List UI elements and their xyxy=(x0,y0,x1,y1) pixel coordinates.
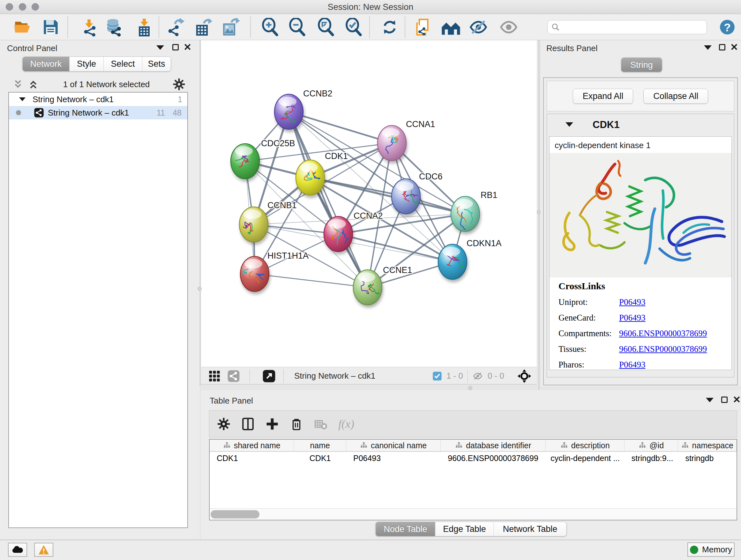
detach-view-icon[interactable] xyxy=(262,369,276,383)
column-header-canonical-name[interactable]: canonical name xyxy=(346,440,441,451)
fit-content-icon[interactable] xyxy=(517,369,532,383)
horizontal-splitter-handle[interactable] xyxy=(468,386,472,390)
clone-network-icon[interactable] xyxy=(414,18,432,37)
table-cell[interactable]: 9606.ENSP00000378699 xyxy=(441,452,546,464)
tab-network[interactable]: Network xyxy=(23,57,69,71)
birds-eye-view-icon[interactable] xyxy=(208,370,221,382)
network-node-HIST1H1A[interactable]: HIST1H1A xyxy=(240,251,309,294)
column-header-description[interactable]: description xyxy=(546,440,624,451)
network-node-CDKN1A[interactable]: CDKN1A xyxy=(438,239,502,282)
save-session-icon[interactable] xyxy=(42,18,60,37)
collapse-all-button[interactable]: Collapse All xyxy=(643,89,708,104)
crosslink-value-link[interactable]: 9606.ENSP00000378699 xyxy=(619,328,707,338)
table-panel-close-icon[interactable]: ✕ xyxy=(733,396,741,403)
delete-icon[interactable] xyxy=(290,417,303,431)
column-header-database-identifier[interactable]: database identifier xyxy=(441,440,546,451)
first-neighbors-icon[interactable] xyxy=(441,18,461,37)
scrollbar-thumb[interactable] xyxy=(211,510,259,518)
table-gear-icon[interactable] xyxy=(217,417,230,431)
memory-button[interactable]: Memory xyxy=(687,543,735,557)
cdk1-expander-icon[interactable] xyxy=(565,122,573,127)
export-network-icon[interactable] xyxy=(167,18,186,37)
zoom-in-icon[interactable] xyxy=(261,18,280,37)
crosslink-value-link[interactable]: P06493 xyxy=(619,360,646,370)
zoom-fit-icon[interactable] xyxy=(317,18,335,37)
network-node-CCNB2[interactable]: CCNB2 xyxy=(274,89,333,132)
column-header-shared-name[interactable]: shared name xyxy=(210,440,294,451)
zoom-selected-icon[interactable] xyxy=(345,18,363,37)
protein-structure-image xyxy=(549,153,731,277)
add-row-icon[interactable] xyxy=(266,417,279,431)
hide-selected-icon[interactable] xyxy=(469,18,488,37)
left-splitter-handle[interactable] xyxy=(198,287,202,291)
export-table-icon[interactable] xyxy=(195,18,213,37)
network-edge[interactable] xyxy=(289,112,367,287)
network-node-CDC6[interactable]: CDC6 xyxy=(392,172,443,217)
cloud-button[interactable] xyxy=(8,543,27,557)
network-collection-row[interactable]: String Network – cdk1 1 xyxy=(9,92,187,106)
tab-node-table[interactable]: Node Table xyxy=(376,522,435,536)
table-cell[interactable]: P06493 xyxy=(346,452,441,464)
tab-style[interactable]: Style xyxy=(69,57,104,71)
network-type-icon xyxy=(34,108,44,118)
gear-icon[interactable] xyxy=(173,78,185,91)
control-panel-close-icon[interactable]: ✕ xyxy=(184,44,192,51)
show-all-icon[interactable] xyxy=(499,18,518,37)
results-panel-close-icon[interactable]: ✕ xyxy=(730,44,738,51)
function-builder-icon[interactable]: f(x) xyxy=(338,417,354,431)
table-cell[interactable]: stringdb:9... xyxy=(624,452,678,464)
import-database-icon[interactable] xyxy=(105,18,123,37)
delete-table-icon[interactable] xyxy=(314,417,327,431)
table-cell[interactable]: cyclin-dependent ... xyxy=(546,452,624,464)
import-table-icon[interactable] xyxy=(135,18,153,37)
table-row[interactable]: CDK1CDK1P064939606.ENSP00000378699cyclin… xyxy=(210,452,737,464)
expand-all-icon[interactable] xyxy=(27,79,40,90)
export-image-icon[interactable] xyxy=(221,18,240,37)
network-edge[interactable] xyxy=(255,274,367,287)
import-network-icon[interactable] xyxy=(80,18,98,37)
zoom-out-icon[interactable] xyxy=(288,18,307,37)
warning-button[interactable] xyxy=(34,543,53,557)
refresh-icon[interactable] xyxy=(382,18,398,37)
search-input[interactable] xyxy=(547,20,707,34)
tab-select[interactable]: Select xyxy=(104,57,142,71)
table-cell[interactable]: CDK1 xyxy=(210,452,294,464)
right-splitter[interactable] xyxy=(539,40,539,390)
results-panel-float-icon[interactable] xyxy=(719,44,725,51)
tab-edge-table[interactable]: Edge Table xyxy=(435,522,494,536)
table-cell[interactable]: stringdb xyxy=(678,452,737,464)
network-overview-icon[interactable] xyxy=(227,370,240,382)
table-panel-float-icon[interactable] xyxy=(721,396,728,403)
tab-network-table[interactable]: Network Table xyxy=(494,522,566,536)
crosslink-label: Uniprot: xyxy=(558,297,619,307)
crosslink-value-link[interactable]: 9606.ENSP00000378699 xyxy=(619,344,707,354)
column-header--id[interactable]: @id xyxy=(624,440,678,451)
column-header-namespace[interactable]: namespace xyxy=(678,440,737,451)
network-canvas[interactable]: CCNB2CCNA1CDC25BCDK1CDC6RB1CCNB1CCNA2CDK… xyxy=(201,40,537,367)
column-header-name[interactable]: name xyxy=(294,440,346,451)
collapse-all-icon[interactable] xyxy=(12,79,25,90)
hidden-eye-icon xyxy=(472,371,483,381)
tab-string[interactable]: String xyxy=(621,58,662,72)
crosslink-value-link[interactable]: P06493 xyxy=(619,297,646,307)
tree-expander-icon[interactable] xyxy=(19,98,25,101)
add-column-icon[interactable] xyxy=(241,417,255,431)
open-file-icon[interactable] xyxy=(13,18,31,37)
control-panel-menu-icon[interactable] xyxy=(156,45,164,50)
expand-all-button[interactable]: Expand All xyxy=(573,89,633,104)
table-horizontal-scrollbar[interactable] xyxy=(210,508,737,520)
table-cell[interactable]: CDK1 xyxy=(294,452,346,464)
tab-sets[interactable]: Sets xyxy=(142,57,171,71)
control-panel-title: Control Panel xyxy=(7,44,57,53)
network-node-RB1[interactable]: RB1 xyxy=(451,190,497,234)
left-splitter[interactable] xyxy=(200,40,200,386)
network-row[interactable]: String Network – cdk1 11 48 xyxy=(9,106,187,119)
results-panel-menu-icon[interactable] xyxy=(704,45,712,50)
help-icon[interactable]: ? xyxy=(719,19,735,35)
crosslink-value-link[interactable]: P06493 xyxy=(619,313,646,323)
table-panel-menu-icon[interactable] xyxy=(706,398,714,402)
control-panel-float-icon[interactable] xyxy=(172,44,179,51)
network-node-CCNE1[interactable]: CCNE1 xyxy=(353,265,412,308)
toolbar-separator xyxy=(468,370,468,382)
status-bar: Memory xyxy=(0,540,741,560)
